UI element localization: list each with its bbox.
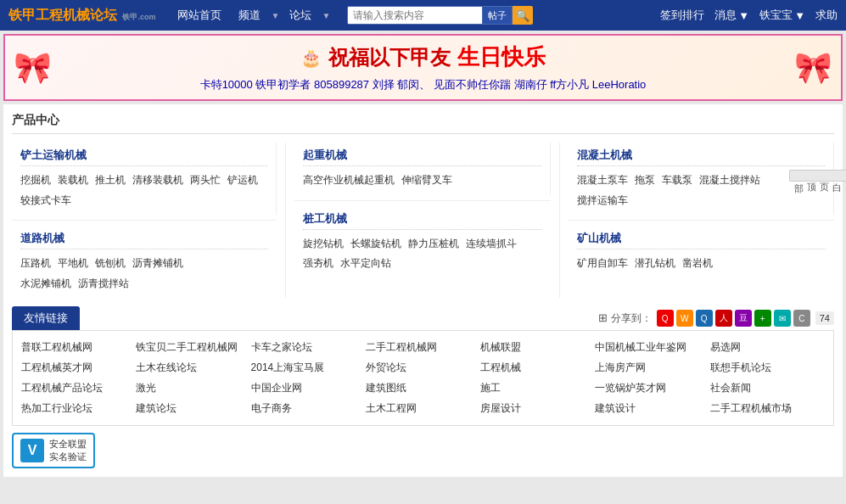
friend-link-23[interactable]: 电子商务 [251,399,366,418]
link-zhuangzai[interactable]: 装载机 [58,171,88,190]
link-pingdi[interactable]: 平地机 [58,255,88,273]
main-nav: 网站首页 频道 ▼ 论坛 ▼ [171,4,330,26]
link-xipao[interactable]: 铣刨机 [95,255,126,273]
link-wajue[interactable]: 挖掘机 [20,171,51,190]
share-weibo-icon[interactable]: W [676,310,693,327]
link-tuitu[interactable]: 推土机 [95,171,126,190]
watermark: 铁甲.com [122,13,155,21]
cat-title-kuangshan: 矿山机械 [577,231,826,249]
nav-channels[interactable]: 频道 [232,4,267,26]
friend-link-24[interactable]: 土木工程网 [366,399,480,418]
link-hntbengche[interactable]: 混凝土泵车 [577,171,628,190]
link-liqingban[interactable]: 沥青搅拌站 [78,275,129,294]
link-cheizai[interactable]: 车载泵 [662,171,692,190]
banner-subtitle: 生日快乐 [457,42,546,72]
nav-tiebaobao[interactable]: 铁宝宝 ▼ [759,8,805,23]
site-logo: 铁甲工程机械论坛 铁甲.com [8,7,155,25]
friend-link-8[interactable]: 土木在线论坛 [136,358,250,378]
friend-link-22[interactable]: 建筑论坛 [136,399,250,418]
friend-link-16[interactable]: 中国企业网 [251,378,366,398]
link-qiankong[interactable]: 潜孔钻机 [635,255,675,273]
friend-link-2[interactable]: 卡车之家论坛 [251,338,366,357]
friend-link-13[interactable]: 联想手机论坛 [710,358,825,378]
link-shuiping[interactable]: 水平定向钻 [340,255,391,273]
friend-link-17[interactable]: 建筑图纸 [366,378,480,398]
link-tuobeng[interactable]: 拖泵 [635,171,655,190]
birthday-banner: 🎀 🎀 🎂 祝福以下甲友 生日快乐 卡特10000 铁甲初学者 80589928… [3,34,843,101]
friend-link-14[interactable]: 工程机械产品论坛 [21,378,136,398]
friend-link-21[interactable]: 热加工行业论坛 [21,399,136,418]
cat-links-qizhong: 高空作业机械起重机 伸缩臂叉车 [303,171,541,190]
safety-badge-text: 安全联盟 实名验证 [49,438,87,464]
link-shen[interactable]: 伸缩臂叉车 [401,171,452,190]
friend-link-9[interactable]: 2014上海宝马展 [251,358,366,378]
link-jiaobanyun[interactable]: 搅拌运输车 [577,192,628,210]
friend-link-6[interactable]: 易选网 [710,338,825,357]
friend-link-3[interactable]: 二手工程机械网 [366,338,480,357]
share-icons: Q W Q 人 豆 + ✉ C [657,310,810,327]
search-button[interactable]: 🔍 [513,6,533,25]
cat-links-chanto: 挖掘机 装载机 推土机 清移装载机 两头忙 铲运机 较接式卡车 [20,171,267,210]
friend-link-20[interactable]: 社会新闻 [710,378,825,398]
friend-link-7[interactable]: 工程机械英才网 [21,358,136,378]
header-right-nav: 签到排行 消息 ▼ 铁宝宝 ▼ 求助 [660,8,838,23]
link-gaokong[interactable]: 高空作业机械起重机 [303,171,395,190]
link-zuoyan[interactable]: 凿岩机 [682,255,713,273]
products-section-title: 产品中心 [12,113,834,134]
share-qzone-icon[interactable]: Q [696,310,713,327]
link-huntuzhan[interactable]: 混凝土搅拌站 [699,171,760,190]
share-bar: ⊞ 分享到： Q W Q 人 豆 + ✉ C 74 [598,310,834,327]
link-jingzhuang[interactable]: 静力压桩机 [408,235,459,254]
nav-help[interactable]: 求助 [815,8,838,23]
friend-link-0[interactable]: 普联工程机械网 [21,338,136,357]
friend-link-25[interactable]: 房屋设计 [480,399,595,418]
safety-badge[interactable]: V 安全联盟 实名验证 [12,433,95,469]
footer-badge: V 安全联盟 实名验证 [12,433,834,469]
site-header: 铁甲工程机械论坛 铁甲.com 网站首页 频道 ▼ 论坛 ▼ 帖子 🔍 签到排行… [0,0,846,31]
nav-home[interactable]: 网站首页 [171,4,228,26]
link-qiangqia[interactable]: 强夯机 [303,255,333,273]
link-chanyun[interactable]: 铲运机 [227,171,258,190]
link-liangtoumang[interactable]: 两头忙 [190,171,221,190]
friend-link-15[interactable]: 激光 [136,378,250,398]
nav-messages[interactable]: 消息 ▼ [714,8,749,23]
link-shuini[interactable]: 水泥摊铺机 [20,275,71,294]
link-jiaojieka[interactable]: 较接式卡车 [20,192,71,210]
friends-links-grid: 普联工程机械网 铁宝贝二手工程机械网 卡车之家论坛 二手工程机械网 机械联盟 中… [12,330,834,425]
link-qinyi[interactable]: 清移装载机 [132,171,183,190]
share-more-icon[interactable]: + [754,310,771,327]
cat-title-zhuanggong: 桩工机械 [303,211,542,230]
friend-link-18[interactable]: 施工 [480,378,595,398]
link-changluo[interactable]: 长螺旋钻机 [350,235,401,254]
cat-links-zhuanggong: 旋挖钻机 长螺旋钻机 静力压桩机 连续墙抓斗 [303,235,542,254]
friend-link-12[interactable]: 上海房产网 [595,358,709,378]
friend-link-4[interactable]: 机械联盟 [480,338,595,357]
banner-users-list: 卡特10000 铁甲初学者 805899287 刘择 郁闵、 见面不帅任你踹 湖… [200,77,647,92]
link-kuangyong[interactable]: 矿用自卸车 [577,255,628,273]
friend-link-27[interactable]: 二手工程机械市场 [710,399,825,418]
banner-title: 🎂 祝福以下甲友 生日快乐 [300,42,546,72]
share-copy-icon[interactable]: C [793,310,810,327]
share-count: 74 [815,311,834,325]
search-input[interactable] [347,6,483,25]
products-section: 产品中心 铲土运输机械 挖掘机 装载机 推土机 清移装载机 两头忙 铲运机 较接… [12,113,834,298]
friend-link-5[interactable]: 中国机械工业年鉴网 [595,338,709,357]
sidebar-btn-back-to-top[interactable]: 白页顶部 [789,170,846,182]
link-liqing[interactable]: 沥青摊铺机 [132,255,183,273]
link-yaluj[interactable]: 压路机 [20,255,51,273]
nav-rank[interactable]: 签到排行 [660,8,704,23]
link-lianxu[interactable]: 连续墙抓斗 [466,235,517,254]
share-douban-icon[interactable]: 豆 [735,310,752,327]
share-renren-icon[interactable]: 人 [715,310,732,327]
share-qq-icon[interactable]: Q [657,310,674,327]
link-xuanwa[interactable]: 旋挖钻机 [303,235,344,254]
cat-title-chanto: 铲土运输机械 [20,148,267,166]
friend-link-26[interactable]: 建筑设计 [595,399,709,418]
nav-forum[interactable]: 论坛 [283,4,318,26]
friends-header: 友情链接 ⊞ 分享到： Q W Q 人 豆 + ✉ C 74 [12,306,834,330]
friend-link-10[interactable]: 外贸论坛 [366,358,480,378]
share-email-icon[interactable]: ✉ [774,310,791,327]
friend-link-1[interactable]: 铁宝贝二手工程机械网 [136,338,250,357]
friend-link-11[interactable]: 工程机械 [480,358,595,378]
friend-link-19[interactable]: 一览锅炉英才网 [595,378,709,398]
